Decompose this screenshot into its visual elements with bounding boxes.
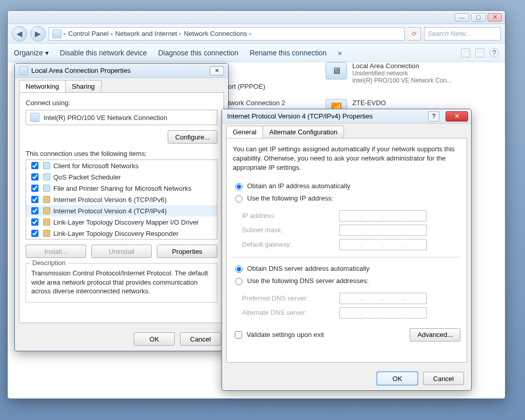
field-label: Default gateway: bbox=[242, 241, 334, 248]
radio-use-ip[interactable]: Use the following IP address: bbox=[233, 192, 460, 205]
help-button[interactable]: ? bbox=[490, 48, 499, 57]
crumb-network-connections[interactable]: Network Connections bbox=[184, 30, 247, 37]
radio-obtain-ip[interactable]: Obtain an IP address automatically bbox=[233, 180, 460, 192]
list-item[interactable]: Internet Protocol Version 4 (TCP/IPv4) bbox=[26, 205, 217, 216]
field-label: Alternate DNS server: bbox=[242, 309, 334, 316]
alternate-dns-input: ... bbox=[339, 307, 427, 318]
radio-input[interactable] bbox=[235, 183, 243, 190]
validate-settings-checkbox[interactable]: Validate settings upon exit bbox=[233, 329, 324, 341]
radio-input[interactable] bbox=[235, 266, 243, 273]
organize-menu[interactable]: Organize ▾ bbox=[14, 49, 49, 57]
preferred-dns-input: ... bbox=[339, 293, 427, 304]
maximize-button[interactable]: ▢ bbox=[471, 13, 486, 22]
intro-text: You can get IP settings assigned automat… bbox=[233, 145, 460, 173]
radio-use-dns[interactable]: Use the following DNS server addresses: bbox=[233, 275, 460, 287]
tab-general[interactable]: General bbox=[226, 126, 263, 138]
rename-button[interactable]: Rename this connection bbox=[250, 49, 327, 57]
radio-label: Obtain an IP address automatically bbox=[247, 182, 350, 190]
list-item[interactable]: Link-Layer Topology Discovery Mapper I/O… bbox=[26, 216, 217, 228]
overflow-button[interactable]: » bbox=[338, 49, 342, 57]
dialog-title: Internet Protocol Version 4 (TCP/IPv4) P… bbox=[227, 112, 425, 120]
ip-fields: IP address:... Subnet mask:... Default g… bbox=[242, 209, 460, 252]
list-item[interactable]: Link-Layer Topology Discovery Responder bbox=[26, 228, 217, 239]
list-item[interactable]: File and Printer Sharing for Microsoft N… bbox=[26, 183, 217, 194]
item-checkbox[interactable] bbox=[31, 207, 38, 214]
chevron-right-icon: ▸ bbox=[111, 31, 113, 36]
connection-label: twork Connection 2 bbox=[228, 99, 285, 107]
service-icon bbox=[43, 173, 50, 181]
item-checkbox[interactable] bbox=[31, 173, 38, 181]
nav-row: ◀ ▶ ▸ Control Panel ▸ Network and Intern… bbox=[8, 24, 505, 44]
list-item[interactable]: Client for Microsoft Networks bbox=[26, 160, 217, 171]
search-input[interactable]: Search Netw... bbox=[424, 27, 501, 41]
minimize-button[interactable]: — bbox=[455, 13, 469, 22]
ok-button[interactable]: OK bbox=[377, 372, 418, 385]
protocol-icon bbox=[43, 230, 50, 237]
network-adapter-icon: 🖥 bbox=[326, 62, 347, 79]
default-gateway-input: ... bbox=[339, 239, 427, 250]
cancel-button[interactable]: Cancel bbox=[423, 372, 464, 385]
uninstall-button[interactable]: Uninstall bbox=[91, 245, 152, 258]
list-item[interactable]: Internet Protocol Version 6 (TCP/IPv6) bbox=[26, 194, 217, 205]
item-label: QoS Packet Scheduler bbox=[53, 173, 121, 181]
list-item[interactable]: QoS Packet Scheduler bbox=[26, 171, 217, 183]
refresh-button[interactable]: ⟳ bbox=[408, 27, 421, 41]
radio-obtain-dns[interactable]: Obtain DNS server address automatically bbox=[233, 263, 460, 275]
breadcrumb[interactable]: ▸ Control Panel ▸ Network and Internet ▸… bbox=[49, 27, 405, 41]
item-checkbox[interactable] bbox=[31, 185, 38, 192]
crumb-control-panel[interactable]: Control Panel bbox=[68, 30, 109, 37]
connection-label: ort (PPPOE) bbox=[228, 83, 265, 90]
item-checkbox[interactable] bbox=[31, 162, 38, 169]
service-icon bbox=[43, 185, 50, 192]
crumb-network-internet[interactable]: Network and Internet bbox=[115, 30, 177, 37]
subnet-mask-input: ... bbox=[339, 225, 427, 236]
protocol-icon bbox=[43, 196, 50, 203]
network-items-list[interactable]: Client for Microsoft Networks QoS Packet… bbox=[26, 159, 217, 239]
item-label: Link-Layer Topology Discovery Mapper I/O… bbox=[53, 218, 199, 226]
connection-broadband2[interactable]: twork Connection 2 bbox=[228, 99, 285, 107]
tab-networking[interactable]: Networking bbox=[19, 80, 66, 92]
preview-pane-button[interactable] bbox=[475, 48, 484, 57]
item-checkbox[interactable] bbox=[31, 230, 38, 237]
radio-input[interactable] bbox=[235, 278, 243, 285]
chevron-down-icon: ▾ bbox=[45, 49, 49, 57]
tab-panel-networking: Connect using: Intel(R) PRO/100 VE Netwo… bbox=[19, 92, 224, 323]
item-checkbox[interactable] bbox=[31, 196, 38, 203]
item-checkbox[interactable] bbox=[31, 218, 38, 226]
items-label: This connection uses the following items… bbox=[26, 150, 217, 157]
dialog-title: Local Area Connection Properties bbox=[31, 67, 131, 74]
checkbox-input[interactable] bbox=[235, 331, 242, 338]
connection-title: Local Area Connection bbox=[352, 62, 452, 70]
connection-pppoe[interactable]: ort (PPPOE) bbox=[228, 83, 265, 90]
help-button[interactable]: ? bbox=[428, 111, 439, 122]
description-label: Description bbox=[30, 259, 68, 267]
checkbox-label: Validate settings upon exit bbox=[247, 331, 324, 338]
advanced-button[interactable]: Advanced... bbox=[410, 328, 460, 342]
tab-sharing[interactable]: Sharing bbox=[65, 80, 102, 92]
back-button[interactable]: ◀ bbox=[12, 26, 27, 42]
install-button[interactable]: Install... bbox=[26, 245, 86, 258]
item-label: Client for Microsoft Networks bbox=[53, 162, 138, 170]
tab-alternate-config[interactable]: Alternate Configuration bbox=[262, 126, 344, 138]
configure-button[interactable]: Configure... bbox=[168, 130, 217, 144]
window-titlebar: — ▢ ✕ bbox=[8, 11, 505, 24]
radio-label: Use the following IP address: bbox=[247, 194, 333, 202]
close-button[interactable]: ✕ bbox=[446, 111, 468, 122]
radio-label: Use the following DNS server addresses: bbox=[247, 277, 369, 285]
dialog-titlebar: Local Area Connection Properties ✕ bbox=[15, 64, 228, 78]
adapter-display: Intel(R) PRO/100 VE Network Connection bbox=[26, 110, 217, 125]
close-button[interactable]: ✕ bbox=[210, 66, 224, 75]
cancel-button[interactable]: Cancel bbox=[180, 332, 221, 346]
protocol-icon bbox=[43, 218, 50, 226]
ok-button[interactable]: OK bbox=[134, 332, 175, 346]
chevron-right-icon: ▸ bbox=[64, 31, 66, 36]
diagnose-button[interactable]: Diagnose this connection bbox=[158, 49, 238, 57]
view-options-button[interactable] bbox=[461, 48, 470, 57]
forward-button[interactable]: ▶ bbox=[30, 26, 46, 42]
computer-icon bbox=[52, 29, 62, 38]
close-button[interactable]: ✕ bbox=[488, 13, 502, 22]
disable-device-button[interactable]: Disable this network device bbox=[60, 49, 147, 57]
connection-lan[interactable]: 🖥 Local Area Connection Unidentified net… bbox=[326, 62, 452, 84]
radio-input[interactable] bbox=[235, 195, 243, 203]
properties-button[interactable]: Properties bbox=[157, 245, 217, 258]
